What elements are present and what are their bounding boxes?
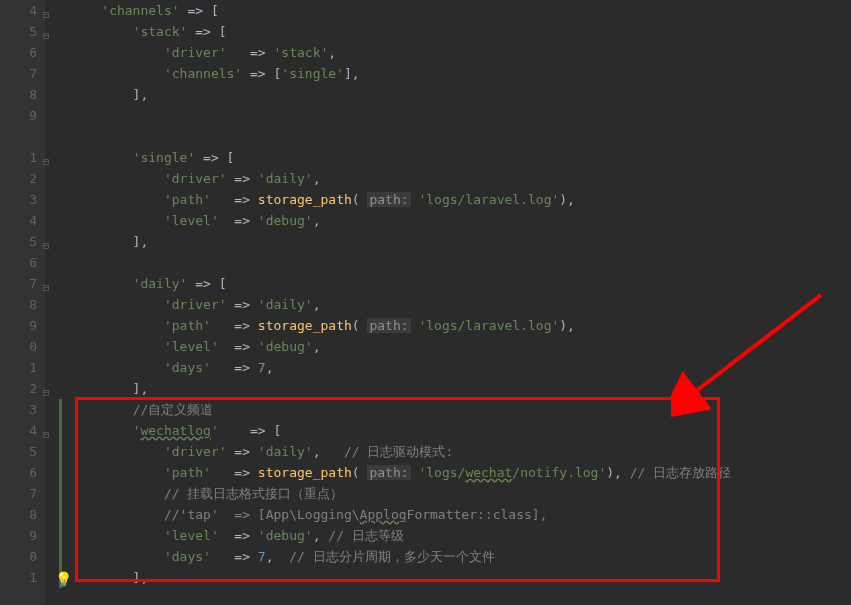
- code-line[interactable]: ],: [70, 231, 851, 252]
- line-number: 1⊟: [0, 147, 37, 168]
- code-line[interactable]: 'days' => 7,: [70, 357, 851, 378]
- line-number: 2: [0, 168, 37, 189]
- line-number: 9: [0, 525, 37, 546]
- code-line[interactable]: 'stack' => [: [70, 21, 851, 42]
- line-number: 7⊟: [0, 273, 37, 294]
- line-number: [0, 126, 37, 147]
- code-line[interactable]: 'single' => [: [70, 147, 851, 168]
- code-content-area[interactable]: 'channels' => [ 'stack' => [ 'driver' =>…: [45, 0, 851, 605]
- code-line[interactable]: 'daily' => [: [70, 273, 851, 294]
- line-number: 1: [0, 357, 37, 378]
- code-line[interactable]: [70, 126, 851, 147]
- code-line[interactable]: 'path' => storage_path( path: 'logs/wech…: [70, 462, 851, 483]
- code-line[interactable]: 'driver' => 'daily',: [70, 168, 851, 189]
- code-line[interactable]: // 挂载日志格式接口（重点）: [70, 483, 851, 504]
- code-line[interactable]: [70, 105, 851, 126]
- line-number: 9: [0, 105, 37, 126]
- code-line[interactable]: 'level' => 'debug', // 日志等级: [70, 525, 851, 546]
- line-number: 0: [0, 546, 37, 567]
- line-number: 8: [0, 294, 37, 315]
- line-number: 5⊟: [0, 231, 37, 252]
- line-number: 4: [0, 210, 37, 231]
- line-number: 2⊟: [0, 378, 37, 399]
- code-line[interactable]: 'channels' => ['single'],: [70, 63, 851, 84]
- code-editor[interactable]: 4⊟5⊟6789 1⊟2345⊟67⊟89012⊟34⊟5678901 'cha…: [0, 0, 851, 605]
- line-number: 3: [0, 399, 37, 420]
- line-number: 6: [0, 42, 37, 63]
- line-number: 0: [0, 336, 37, 357]
- line-number: 1: [0, 567, 37, 588]
- line-number: 5⊟: [0, 21, 37, 42]
- code-line[interactable]: 'level' => 'debug',: [70, 210, 851, 231]
- vcs-modified-marker: [59, 399, 62, 588]
- line-number: 7: [0, 63, 37, 84]
- line-number: 3: [0, 189, 37, 210]
- line-number: 9: [0, 315, 37, 336]
- line-number: 6: [0, 252, 37, 273]
- line-number: 8: [0, 84, 37, 105]
- code-line[interactable]: //'tap' => [App\Logging\ApplogFormatter:…: [70, 504, 851, 525]
- code-line[interactable]: ],: [70, 84, 851, 105]
- code-line[interactable]: 'channels' => [: [70, 0, 851, 21]
- code-line[interactable]: 'driver' => 'daily', // 日志驱动模式:: [70, 441, 851, 462]
- code-line[interactable]: 'wechatlog' => [: [70, 420, 851, 441]
- line-number: 6: [0, 462, 37, 483]
- line-number: 5: [0, 441, 37, 462]
- lightbulb-icon[interactable]: 💡: [55, 571, 72, 587]
- code-line[interactable]: 'driver' => 'stack',: [70, 42, 851, 63]
- line-number: 7: [0, 483, 37, 504]
- code-line[interactable]: ],: [70, 567, 851, 588]
- code-line[interactable]: [70, 252, 851, 273]
- code-line[interactable]: 'days' => 7, // 日志分片周期，多少天一个文件: [70, 546, 851, 567]
- line-number-gutter: 4⊟5⊟6789 1⊟2345⊟67⊟89012⊟34⊟5678901: [0, 0, 45, 605]
- code-line[interactable]: 'path' => storage_path( path: 'logs/lara…: [70, 315, 851, 336]
- line-number: 8: [0, 504, 37, 525]
- code-line[interactable]: 'path' => storage_path( path: 'logs/lara…: [70, 189, 851, 210]
- line-number: 4⊟: [0, 0, 37, 21]
- code-line[interactable]: 'level' => 'debug',: [70, 336, 851, 357]
- code-line[interactable]: ],: [70, 378, 851, 399]
- code-line[interactable]: //自定义频道: [70, 399, 851, 420]
- line-number: 4⊟: [0, 420, 37, 441]
- code-line[interactable]: 'driver' => 'daily',: [70, 294, 851, 315]
